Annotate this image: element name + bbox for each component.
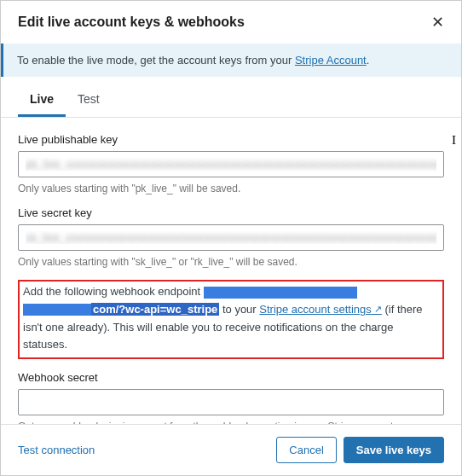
webhook-secret-label: Webhook secret [18,371,444,384]
close-icon: ✕ [431,14,444,31]
modal-footer: Test connection Cancel Save live keys [1,424,461,475]
test-connection-button[interactable]: Test connection [18,444,95,456]
secret-key-hint: Only values starting with "sk_live_" or … [18,256,444,268]
pub-key-group: Live publishable key Only values startin… [18,133,444,194]
webhook-url-visible: com/?wc-api=wc_stripe [91,303,219,316]
secret-key-group: Live secret key Only values starting wit… [18,206,444,268]
redacted-url-part2 [23,304,91,316]
close-button[interactable]: ✕ [431,15,444,30]
modal-header: Edit live account keys & webhooks ✕ [1,1,461,44]
info-banner: To enable the live mode, get the account… [1,44,461,77]
webhook-prefix: Add the following webhook endpoint [23,285,204,298]
tab-test[interactable]: Test [66,82,112,117]
stripe-settings-link[interactable]: Stripe account settings ↗ [259,303,382,316]
webhook-secret-group: Webhook secret Get your webhook signing … [18,371,444,424]
tabs-bar: Live Test [1,82,461,118]
cancel-button[interactable]: Cancel [276,437,336,463]
info-text-after: . [367,54,370,67]
secret-key-input[interactable] [18,224,444,251]
tab-live[interactable]: Live [18,82,66,117]
stripe-account-link[interactable]: Stripe Account [295,54,367,67]
modal-title: Edit live account keys & webhooks [18,15,245,30]
webhook-secret-input[interactable] [18,389,444,415]
secret-key-label: Live secret key [18,206,444,219]
pub-key-input[interactable] [18,151,444,177]
redacted-url-part1 [204,287,357,299]
webhook-instructions-box: Add the following webhook endpoint com/?… [18,280,444,359]
form-content: Live publishable key Only values startin… [1,118,461,424]
pub-key-label: Live publishable key [18,133,444,146]
pub-key-hint: Only values starting with "pk_live_" wil… [18,183,444,194]
external-link-icon: ↗ [372,304,382,314]
webhook-instructions-text: Add the following webhook endpoint com/?… [23,283,439,354]
footer-actions: Cancel Save live keys [276,437,444,463]
save-button[interactable]: Save live keys [344,437,444,463]
webhook-middle: to your [219,303,259,316]
info-text-before: To enable the live mode, get the account… [17,54,295,67]
